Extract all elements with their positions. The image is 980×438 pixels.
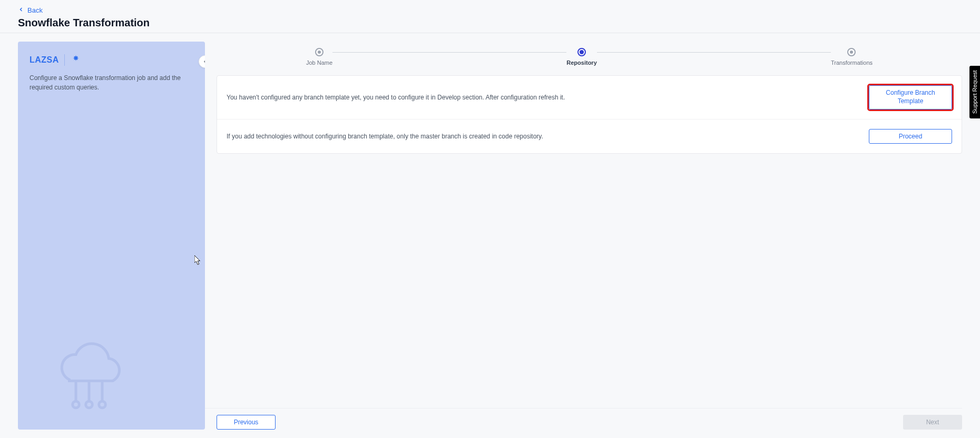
page-header: Back Snowflake Transformation: [0, 0, 980, 33]
wizard-stepper: Job Name Repository Transformations: [217, 42, 962, 66]
step-label: Repository: [566, 59, 596, 66]
lazsa-logo-text: LAZSA: [30, 55, 59, 65]
configure-branch-template-button[interactable]: Configure Branch Template: [869, 85, 952, 110]
chevron-left-icon: [18, 6, 24, 14]
sidebar-collapse-button[interactable]: [199, 55, 205, 68]
step-label: Transformations: [831, 59, 873, 66]
previous-button[interactable]: Previous: [217, 415, 276, 430]
support-request-tab[interactable]: Support Request: [969, 66, 980, 118]
sidebar-description: Configure a Snowflake transformation job…: [30, 73, 188, 92]
repository-config-card: You haven't configured any branch templa…: [217, 75, 962, 154]
step-dot-icon: [577, 48, 586, 56]
step-connector: [332, 52, 566, 53]
branch-template-warning-text: You haven't configured any branch templa…: [227, 93, 565, 102]
step-connector: [597, 52, 831, 53]
branch-template-warning-row: You haven't configured any branch templa…: [217, 76, 962, 119]
svg-point-5: [99, 401, 106, 408]
next-button[interactable]: Next: [903, 415, 962, 430]
wizard-footer: Previous Next: [205, 408, 962, 430]
sidebar: LAZSA Configure a Snowflake transformati…: [18, 42, 205, 430]
step-transformations[interactable]: Transformations: [831, 48, 873, 66]
step-dot-icon: [315, 48, 324, 56]
step-job-name[interactable]: Job Name: [306, 48, 332, 66]
main-content: Job Name Repository Transformations: [205, 42, 962, 430]
snowflake-icon: [70, 54, 82, 66]
logo-separator: [64, 54, 65, 66]
back-link[interactable]: Back: [18, 6, 43, 14]
proceed-warning-row: If you add technologies without configur…: [217, 119, 962, 153]
step-dot-icon: [847, 48, 856, 56]
back-label: Back: [27, 6, 43, 14]
highlight-box: Configure Branch Template: [869, 85, 952, 110]
sidebar-logo: LAZSA: [30, 54, 193, 66]
proceed-button[interactable]: Proceed: [869, 129, 952, 144]
step-repository[interactable]: Repository: [566, 48, 596, 66]
svg-point-1: [73, 401, 80, 408]
cloud-data-icon: [50, 340, 129, 419]
svg-point-3: [86, 401, 93, 408]
proceed-warning-text: If you add technologies without configur…: [227, 132, 543, 141]
page-title: Snowflake Transformation: [18, 17, 962, 29]
step-label: Job Name: [306, 59, 332, 66]
